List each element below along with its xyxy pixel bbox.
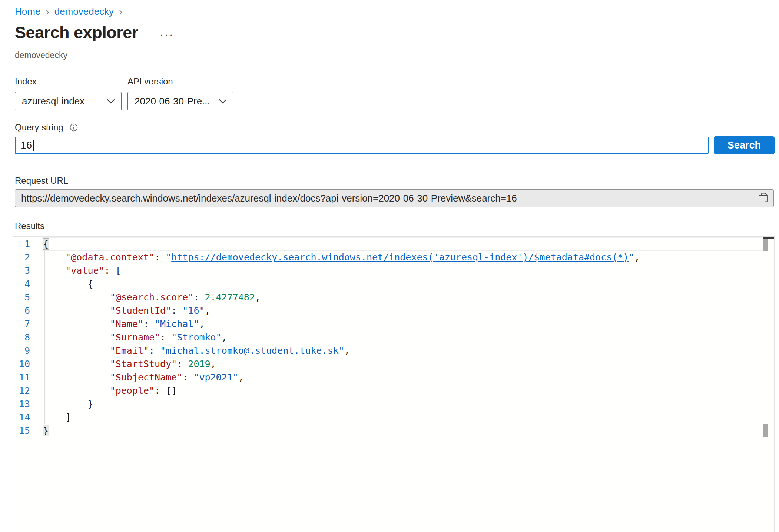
code-token	[43, 292, 110, 303]
code-token: "Surname"	[110, 332, 160, 343]
scrollbar-thumb[interactable]	[763, 239, 768, 251]
line-number: 10	[13, 358, 30, 371]
code-token: {	[43, 279, 93, 289]
code-token	[43, 385, 110, 396]
search-button[interactable]: Search	[714, 136, 775, 154]
code-token: "people"	[110, 385, 155, 396]
line-number: 8	[13, 331, 30, 344]
line-number: 13	[13, 398, 30, 411]
code-line: 5 "@search.score": 2.4277482,	[13, 291, 774, 304]
code-token	[43, 305, 110, 316]
code-token: {	[43, 239, 49, 249]
code-token: ,	[199, 319, 205, 329]
code-token: }	[43, 399, 93, 409]
code-token: : [	[105, 265, 121, 276]
code-token: "StudentId"	[110, 305, 172, 316]
code-token: :	[143, 319, 155, 329]
code-line: 10 "StartStudy": 2019,	[13, 358, 774, 371]
line-number: 14	[13, 411, 30, 424]
code-token: ,	[205, 305, 211, 316]
api-version-select[interactable]: 2020-06-30-Pre...	[127, 92, 233, 110]
results-label: Results	[15, 221, 44, 231]
editor-scrollbar[interactable]	[763, 237, 774, 532]
code-token: ,	[344, 345, 350, 356]
code-line: 11 "SubjectName": "vp2021",	[13, 371, 774, 384]
line-number: 9	[13, 344, 30, 358]
chevron-down-icon	[218, 99, 227, 104]
index-select-value: azuresql-index	[22, 96, 84, 107]
code-token: :	[193, 292, 205, 303]
code-token: :	[149, 345, 160, 356]
results-editor[interactable]: 1{2 "@odata.context": "https://demovedec…	[13, 236, 775, 532]
chevron-down-icon	[106, 99, 115, 104]
code-token: ,	[255, 292, 261, 303]
request-url-value: https://demovedecky.search.windows.net/i…	[21, 193, 517, 204]
code-token: "vp2021"	[193, 372, 238, 383]
line-number: 1	[13, 237, 30, 251]
copy-icon[interactable]	[758, 192, 768, 204]
code-token: :	[171, 305, 182, 316]
chevron-right-icon: ›	[119, 7, 122, 17]
code-token: :	[155, 252, 166, 263]
info-icon[interactable]	[69, 123, 78, 132]
code-line: 1{	[13, 237, 774, 251]
code-line: 3 "value": [	[13, 264, 774, 277]
more-actions-button[interactable]: ···	[160, 24, 174, 41]
code-token: 2019	[188, 359, 210, 369]
code-line: 7 "Name": "Michal",	[13, 317, 774, 331]
code-token: "Michal"	[155, 319, 199, 329]
code-line: 9 "Email": "michal.stromko@.student.tuke…	[13, 344, 774, 358]
code-line: 14 ]	[13, 411, 774, 424]
breadcrumb-home-link[interactable]: Home	[15, 6, 40, 17]
code-token: :	[177, 359, 188, 369]
code-line: 8 "Surname": "Stromko",	[13, 331, 774, 344]
code-token: "	[629, 252, 634, 263]
text-caret	[33, 140, 34, 151]
code-token: "Name"	[110, 319, 143, 329]
api-version-select-value: 2020-06-30-Pre...	[135, 96, 210, 107]
code-token: ,	[222, 332, 227, 343]
code-token: ,	[634, 252, 640, 263]
code-token: 2.4277482	[205, 292, 255, 303]
code-token	[43, 345, 110, 356]
chevron-right-icon: ›	[46, 7, 49, 17]
code-token: : []	[155, 385, 177, 396]
code-token: "SubjectName"	[110, 372, 183, 383]
code-token: "@search.score"	[110, 292, 194, 303]
code-lines: 1{2 "@odata.context": "https://demovedec…	[13, 237, 774, 532]
code-token: "StartStudy"	[110, 359, 177, 369]
line-number: 5	[13, 291, 30, 304]
code-token: ]	[43, 412, 71, 423]
search-explorer-page: Home › demovedecky › Search explorer ···…	[0, 0, 779, 532]
code-token	[43, 359, 110, 369]
index-label: Index	[15, 76, 122, 87]
code-token	[43, 319, 110, 329]
code-token	[43, 265, 65, 276]
request-url-label: Request URL	[15, 176, 68, 186]
code-token	[43, 332, 110, 343]
code-token	[43, 252, 65, 263]
code-line: 2 "@odata.context": "https://demovedecky…	[13, 251, 774, 264]
code-token: "value"	[65, 265, 104, 276]
api-version-label: API version	[127, 76, 233, 87]
line-number: 6	[13, 304, 30, 317]
breadcrumb: Home › demovedecky ›	[15, 6, 122, 17]
odata-context-link[interactable]: https://demovedecky.search.windows.net/i…	[171, 252, 629, 263]
code-line: 12 "people": []	[13, 384, 774, 398]
code-token: "michal.stromko@.student.tuke.sk"	[160, 345, 344, 356]
query-string-input[interactable]	[15, 137, 709, 154]
breadcrumb-service-link[interactable]: demovedecky	[54, 6, 114, 17]
code-token: }	[43, 425, 49, 436]
page-title: Search explorer	[15, 23, 138, 42]
code-token: "@odata.context"	[65, 252, 155, 263]
page-subtitle: demovedecky	[15, 50, 67, 60]
query-string-label: Query string	[15, 122, 63, 133]
code-line: 4 {	[13, 277, 774, 291]
line-number: 11	[13, 371, 30, 384]
overview-ruler-decoration	[763, 424, 768, 437]
code-token: ,	[238, 372, 244, 383]
code-token: "Stromko"	[171, 332, 221, 343]
line-number: 2	[13, 251, 30, 264]
code-token: "Email"	[110, 345, 149, 356]
index-select[interactable]: azuresql-index	[15, 92, 122, 110]
